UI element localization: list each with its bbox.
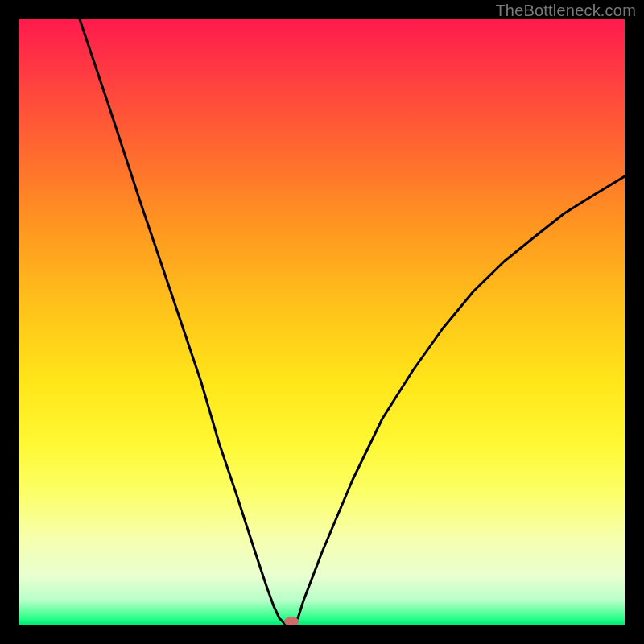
watermark-text: TheBottleneck.com xyxy=(495,2,636,20)
chart-frame: TheBottleneck.com xyxy=(0,0,644,644)
plot-area xyxy=(19,19,625,625)
optimal-point-marker xyxy=(284,617,299,625)
curve-path xyxy=(80,19,625,625)
bottleneck-curve xyxy=(19,19,625,625)
